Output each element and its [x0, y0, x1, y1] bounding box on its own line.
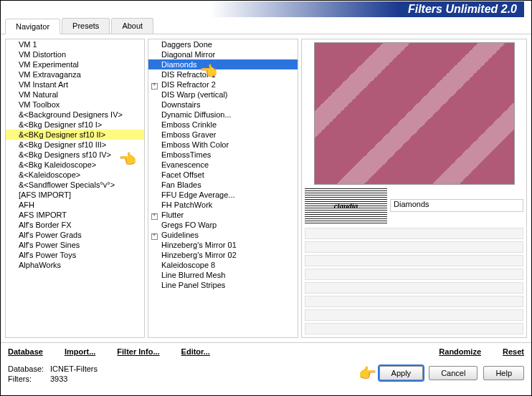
help-button[interactable]: Help	[483, 366, 524, 380]
list-item[interactable]: Emboss With Color	[148, 140, 298, 150]
category-list[interactable]: VM 1VM DistortionVM ExperimentalVM Extra…	[6, 39, 144, 337]
footer-buttons: 👉 Apply Cancel Help	[358, 364, 524, 382]
list-item[interactable]: DIS Warp (vertical)	[148, 90, 298, 100]
preset-name-field[interactable]: Diamonds	[390, 199, 523, 212]
db-value: ICNET-Filters	[50, 364, 98, 373]
list-item[interactable]: Line Panel Stripes	[148, 280, 298, 290]
list-item[interactable]: Diamonds	[148, 59, 298, 69]
list-item[interactable]: FFU Edge Average...	[148, 190, 298, 200]
slider-row	[305, 309, 523, 321]
category-list-panel: 👉 VM 1VM DistortionVM ExperimentalVM Ext…	[5, 39, 145, 338]
main-content: 👉 VM 1VM DistortionVM ExperimentalVM Ext…	[1, 34, 531, 342]
list-item[interactable]: &<Sandflower Specials°v°>	[6, 180, 144, 190]
app-title: Filters Unlimited 2.0	[210, 1, 524, 17]
list-item[interactable]: Guidelines	[148, 230, 298, 240]
list-item[interactable]: VM Instant Art	[6, 79, 144, 90]
filter-list[interactable]: Daggers DoneDiagonal MirrorDiamondsDIS R…	[148, 39, 298, 337]
filter-info-link[interactable]: Filter Info...	[117, 347, 159, 356]
list-item[interactable]: Line Blurred Mesh	[148, 270, 298, 280]
list-item[interactable]: VM Natural	[6, 90, 144, 100]
list-item[interactable]: AlphaWorks	[6, 260, 144, 270]
list-item[interactable]: AFS IMPORT	[6, 210, 144, 220]
reset-link[interactable]: Reset	[503, 347, 524, 356]
list-item[interactable]: &<Kaleidoscope>	[6, 170, 144, 180]
list-item[interactable]: Gregs FO Warp	[148, 220, 298, 230]
list-item[interactable]: Facet Offset	[148, 170, 298, 180]
list-item[interactable]: &<Bkg Designer sf10 III>	[6, 140, 144, 150]
bottom-bar: Database Import... Filter Info... Editor…	[1, 342, 531, 360]
db-label: Database:	[8, 364, 47, 373]
list-item[interactable]: &<Bkg Designer sf10 I>	[6, 120, 144, 130]
list-item[interactable]: VM Distortion	[6, 49, 144, 59]
list-item[interactable]: VM Experimental	[6, 59, 144, 69]
list-item[interactable]: Emboss Crinkle	[148, 120, 298, 130]
filter-list-panel: 👉 Daggers DoneDiagonal MirrorDiamondsDIS…	[148, 39, 298, 338]
list-item[interactable]: Hinzeberg's Mirror 02	[148, 250, 298, 260]
list-item[interactable]: &<Background Designers IV>	[6, 110, 144, 120]
list-item[interactable]: FH PatchWork	[148, 200, 298, 210]
filters-label: Filters:	[8, 375, 47, 383]
slider-row	[305, 255, 523, 266]
list-item[interactable]: DIS Refractor 2	[148, 79, 298, 90]
list-item[interactable]: Alf's Power Grads	[6, 230, 144, 240]
preset-row: claudia Diamonds	[305, 188, 523, 223]
author-logo: claudia	[305, 188, 387, 223]
list-item[interactable]: Flutter	[148, 210, 298, 220]
list-item[interactable]: Alf's Power Sines	[6, 240, 144, 250]
list-item[interactable]: VM 1	[6, 39, 144, 49]
list-item[interactable]: VM Extravaganza	[6, 69, 144, 79]
list-item[interactable]: &<Bkg Kaleidoscope>	[6, 160, 144, 170]
title-bar: Filters Unlimited 2.0	[1, 1, 531, 18]
slider-row	[305, 296, 523, 307]
list-item[interactable]: Alf's Power Toys	[6, 250, 144, 260]
list-item[interactable]: Evanescence	[148, 160, 298, 170]
database-link[interactable]: Database	[8, 347, 43, 356]
slider-row	[305, 323, 523, 334]
cancel-button[interactable]: Cancel	[429, 366, 478, 380]
list-item[interactable]: Dynamic Diffusion...	[148, 110, 298, 120]
import-link[interactable]: Import...	[65, 347, 95, 356]
footer: Database: ICNET-Filters Filters: 3933 👉 …	[1, 360, 531, 387]
list-item[interactable]: Downstairs	[148, 100, 298, 110]
slider-area	[305, 228, 523, 334]
list-item[interactable]: Diagonal Mirror	[148, 49, 298, 59]
pointer-hand-icon: 👉	[358, 364, 376, 382]
list-item[interactable]: [AFS IMPORT]	[6, 190, 144, 200]
tab-about[interactable]: About	[111, 18, 153, 34]
list-item[interactable]: Fan Blades	[148, 180, 298, 190]
preview-image	[314, 42, 515, 185]
tab-navigator[interactable]: Navigator	[5, 19, 60, 34]
apply-button[interactable]: Apply	[379, 366, 424, 380]
slider-row	[305, 282, 523, 294]
list-item[interactable]: &<Bkg Designers sf10 IV>	[6, 150, 144, 160]
tab-row: Navigator Presets About	[1, 18, 531, 34]
list-item[interactable]: Emboss Graver	[148, 130, 298, 140]
randomize-link[interactable]: Randomize	[439, 347, 481, 356]
slider-row	[305, 269, 523, 280]
slider-row	[305, 241, 523, 253]
list-item[interactable]: Kaleidoscope 8	[148, 260, 298, 270]
bottom-bar-right: Randomize Reset	[439, 347, 524, 356]
list-item[interactable]: Daggers Done	[148, 39, 298, 49]
list-item[interactable]: EmbossTimes	[148, 150, 298, 160]
list-item[interactable]: AFH	[6, 200, 144, 210]
tab-presets[interactable]: Presets	[62, 18, 110, 34]
list-item[interactable]: VM Toolbox	[6, 100, 144, 110]
filters-value: 3933	[50, 375, 67, 383]
footer-info: Database: ICNET-Filters Filters: 3933	[8, 364, 98, 383]
bottom-bar-left: Database Import... Filter Info... Editor…	[8, 347, 210, 356]
slider-row	[305, 228, 523, 239]
list-item[interactable]: Hinzeberg's Mirror 01	[148, 240, 298, 250]
list-item[interactable]: DIS Refractor 1	[148, 69, 298, 79]
right-panel: claudia Diamonds	[301, 39, 527, 338]
list-item[interactable]: &<BKg Designer sf10 II>	[6, 130, 144, 140]
editor-link[interactable]: Editor...	[181, 347, 210, 356]
list-item[interactable]: Alf's Border FX	[6, 220, 144, 230]
